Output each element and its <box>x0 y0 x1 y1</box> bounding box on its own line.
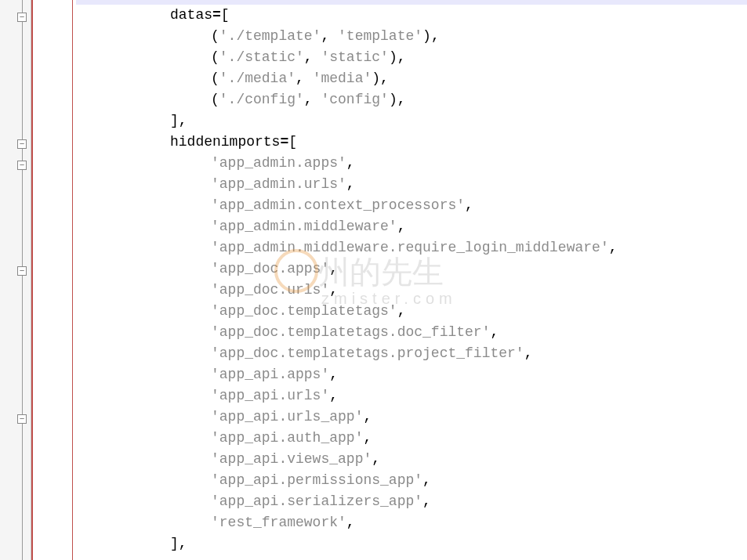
code-line[interactable]: 'app_api.views_app', <box>76 449 747 470</box>
code-line[interactable]: 'app_admin.apps', <box>76 153 747 174</box>
gutter <box>0 0 31 560</box>
code-area[interactable]: datas=[('./template', 'template'),('./st… <box>73 0 747 560</box>
code-line[interactable]: 'app_api.serializers_app', <box>76 491 747 512</box>
code-line[interactable]: ], <box>76 533 747 555</box>
code-line[interactable]: datas=[ <box>76 5 747 26</box>
fold-toggle-icon[interactable] <box>17 139 27 149</box>
code-line[interactable]: 'app_admin.middleware.require_login_midd… <box>76 237 747 258</box>
fold-toggle-icon[interactable] <box>17 13 27 22</box>
code-line[interactable]: 'app_api.urls_app', <box>76 406 747 428</box>
code-line[interactable]: ('./config', 'config'), <box>76 89 747 110</box>
code-line[interactable]: 'app_doc.apps', <box>76 258 747 280</box>
code-line[interactable]: ('./media', 'media'), <box>76 68 747 89</box>
fold-toggle-icon[interactable] <box>17 266 27 276</box>
code-line[interactable]: ('./template', 'template'), <box>76 26 747 47</box>
code-line[interactable]: 'app_api.permissions_app', <box>76 470 747 491</box>
code-line[interactable]: 'app_doc.templatetags.project_filter', <box>76 343 747 364</box>
margin-gap <box>33 0 72 560</box>
code-line[interactable]: 'app_admin.context_processors', <box>76 195 747 216</box>
code-line[interactable]: 'app_api.apps', <box>76 364 747 385</box>
code-line[interactable]: ('./static', 'static'), <box>76 47 747 68</box>
code-editor: datas=[('./template', 'template'),('./st… <box>0 0 747 560</box>
code-line[interactable]: ], <box>76 110 747 132</box>
fold-toggle-icon[interactable] <box>17 161 27 170</box>
code-line[interactable]: 'rest_framework', <box>76 512 747 533</box>
code-line[interactable]: 'app_api.urls', <box>76 385 747 406</box>
code-line[interactable]: 'app_api.auth_app', <box>76 428 747 449</box>
code-line[interactable]: 'app_doc.urls', <box>76 280 747 301</box>
code-line[interactable]: 'app_admin.urls', <box>76 174 747 195</box>
code-line[interactable]: 'app_doc.templatetags.doc_filter', <box>76 322 747 343</box>
code-line[interactable]: hiddenimports=[ <box>76 132 747 153</box>
code-line[interactable]: 'app_doc.templatetags', <box>76 301 747 322</box>
fold-toggle-icon[interactable] <box>17 414 27 424</box>
code-line[interactable]: 'app_admin.middleware', <box>76 216 747 237</box>
fold-guide-line <box>22 0 23 560</box>
